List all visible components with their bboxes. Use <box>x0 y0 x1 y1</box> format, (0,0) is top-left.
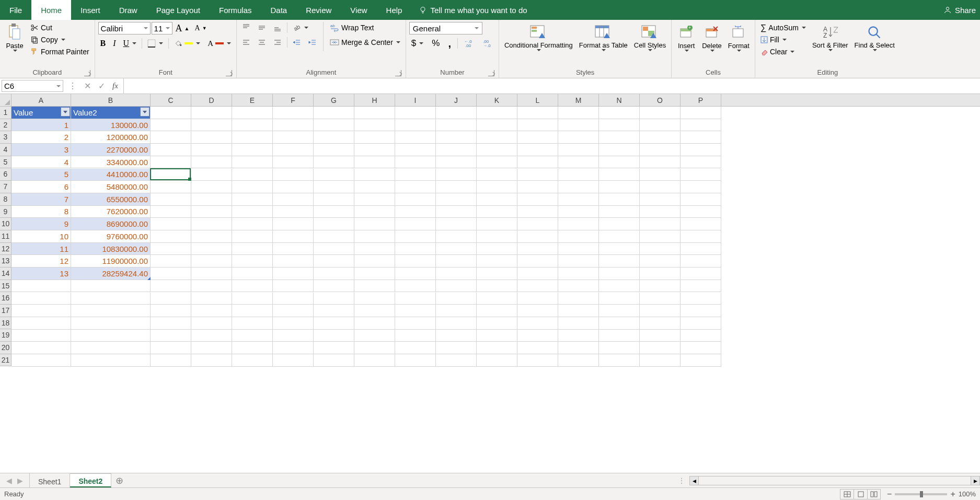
cell-C16[interactable] <box>151 293 191 305</box>
cell-C20[interactable] <box>151 342 191 354</box>
cell-K13[interactable] <box>477 255 517 268</box>
cell-D8[interactable] <box>191 193 232 206</box>
cell-E2[interactable] <box>232 119 273 132</box>
font-color-button[interactable]: A <box>205 38 233 49</box>
cell-F15[interactable] <box>273 280 314 293</box>
cell-D15[interactable] <box>191 280 232 293</box>
cell-H4[interactable] <box>354 144 395 156</box>
cell-L21[interactable] <box>517 354 558 367</box>
cell-C12[interactable] <box>151 243 191 255</box>
cell-E21[interactable] <box>232 354 273 367</box>
row-header-1[interactable]: 1 <box>0 107 11 119</box>
cell-D12[interactable] <box>191 243 232 255</box>
align-top-button[interactable] <box>240 22 252 33</box>
cell-I14[interactable] <box>395 268 436 280</box>
cell-N2[interactable] <box>599 119 640 132</box>
cell-E19[interactable] <box>232 330 273 342</box>
shrink-font-button[interactable]: A▼ <box>193 22 209 34</box>
cell-J9[interactable] <box>436 206 477 218</box>
cell-B17[interactable] <box>71 305 151 317</box>
cell-A8[interactable]: 7 <box>11 193 71 206</box>
row-header-9[interactable]: 9 <box>0 206 11 218</box>
cell-O12[interactable] <box>640 243 681 255</box>
increase-indent-button[interactable] <box>306 37 319 48</box>
cell-B3[interactable]: 1200000.00 <box>71 131 151 144</box>
cell-H1[interactable] <box>354 107 395 119</box>
cell-G6[interactable] <box>314 169 354 181</box>
cell-L13[interactable] <box>517 255 558 268</box>
tab-help[interactable]: Help <box>377 0 412 20</box>
cell-D18[interactable] <box>191 317 232 330</box>
cell-I3[interactable] <box>395 131 436 144</box>
cell-K20[interactable] <box>477 342 517 354</box>
cell-C21[interactable] <box>151 354 191 367</box>
cell-P20[interactable] <box>681 342 721 354</box>
cell-L16[interactable] <box>517 293 558 305</box>
cell-G18[interactable] <box>314 317 354 330</box>
cell-G17[interactable] <box>314 305 354 317</box>
tab-insert[interactable]: Insert <box>71 0 110 20</box>
cell-H12[interactable] <box>354 243 395 255</box>
cell-P13[interactable] <box>681 255 721 268</box>
cell-P17[interactable] <box>681 305 721 317</box>
decrease-indent-button[interactable] <box>291 37 303 48</box>
cell-F4[interactable] <box>273 144 314 156</box>
increase-decimal-button[interactable]: ←.0.00 <box>462 38 477 49</box>
cell-E12[interactable] <box>232 243 273 255</box>
cell-P5[interactable] <box>681 156 721 169</box>
col-header-C[interactable]: C <box>151 94 191 106</box>
cell-F6[interactable] <box>273 169 314 181</box>
cell-J5[interactable] <box>436 156 477 169</box>
cell-H16[interactable] <box>354 293 395 305</box>
cell-G8[interactable] <box>314 193 354 206</box>
cell-L17[interactable] <box>517 305 558 317</box>
cell-F17[interactable] <box>273 305 314 317</box>
cell-H10[interactable] <box>354 218 395 230</box>
borders-button[interactable] <box>145 38 165 49</box>
cell-B6[interactable]: 4410000.00 <box>71 169 151 181</box>
cell-G12[interactable] <box>314 243 354 255</box>
cell-K10[interactable] <box>477 218 517 230</box>
cell-A4[interactable]: 3 <box>11 144 71 156</box>
cell-G2[interactable] <box>314 119 354 132</box>
comma-button[interactable]: , <box>446 38 453 49</box>
cell-N13[interactable] <box>599 255 640 268</box>
tab-view[interactable]: View <box>341 0 376 20</box>
cell-F11[interactable] <box>273 230 314 243</box>
cell-C15[interactable] <box>151 280 191 293</box>
row-header-21[interactable]: 21 <box>0 354 11 367</box>
cell-F19[interactable] <box>273 330 314 342</box>
cell-D20[interactable] <box>191 342 232 354</box>
cell-F16[interactable] <box>273 293 314 305</box>
cell-G10[interactable] <box>314 218 354 230</box>
sort-filter-button[interactable]: AZSort & Filter <box>810 22 850 52</box>
accounting-button[interactable]: $ <box>409 38 425 49</box>
cell-O10[interactable] <box>640 218 681 230</box>
cell-L3[interactable] <box>517 131 558 144</box>
cell-P1[interactable] <box>681 107 721 119</box>
cell-F20[interactable] <box>273 342 314 354</box>
cell-D3[interactable] <box>191 131 232 144</box>
cell-A15[interactable] <box>11 280 71 293</box>
cell-D7[interactable] <box>191 181 232 193</box>
cell-A7[interactable]: 6 <box>11 181 71 193</box>
cell-M1[interactable] <box>558 107 599 119</box>
cell-B12[interactable]: 10830000.00 <box>71 243 151 255</box>
row-header-12[interactable]: 12 <box>0 243 11 255</box>
cell-M12[interactable] <box>558 243 599 255</box>
find-select-button[interactable]: Find & Select <box>852 22 897 52</box>
cell-I11[interactable] <box>395 230 436 243</box>
cell-M21[interactable] <box>558 354 599 367</box>
cell-M3[interactable] <box>558 131 599 144</box>
cell-M14[interactable] <box>558 268 599 280</box>
grow-font-button[interactable]: A▲ <box>174 22 192 34</box>
cell-H20[interactable] <box>354 342 395 354</box>
cell-O21[interactable] <box>640 354 681 367</box>
cell-N18[interactable] <box>599 317 640 330</box>
cell-B8[interactable]: 6550000.00 <box>71 193 151 206</box>
cell-L1[interactable] <box>517 107 558 119</box>
cell-E3[interactable] <box>232 131 273 144</box>
format-cells-button[interactable]: Format <box>726 22 752 53</box>
cell-M5[interactable] <box>558 156 599 169</box>
view-page-layout-button[interactable] <box>854 489 867 499</box>
